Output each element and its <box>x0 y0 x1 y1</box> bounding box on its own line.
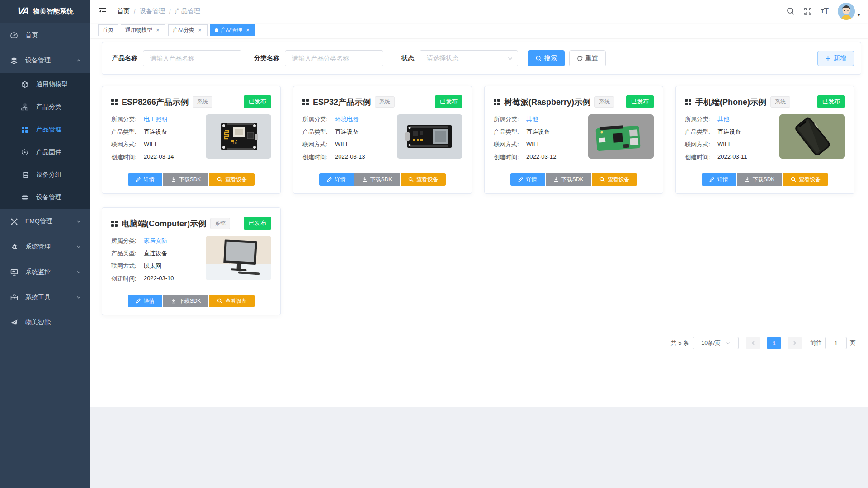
product-name-input[interactable] <box>143 50 241 66</box>
svg-text:FC: FC <box>233 141 237 145</box>
sidebar-collapse-icon[interactable] <box>96 5 109 18</box>
close-icon[interactable]: × <box>155 27 161 33</box>
sidebar-item-label: 产品管理 <box>36 126 61 134</box>
status-badge: 已发布 <box>435 95 462 108</box>
close-icon[interactable]: × <box>197 27 203 33</box>
view-devices-button[interactable]: 查看设备 <box>209 173 255 186</box>
detail-button[interactable]: 详情 <box>128 173 162 186</box>
sidebar-item-label: 产品分类 <box>36 103 61 111</box>
system-tag: 系统 <box>193 96 212 108</box>
search-button[interactable]: 搜索 <box>528 50 565 66</box>
sidebar-item-system-tools[interactable]: 系统工具 <box>0 285 90 310</box>
tab-thing-model[interactable]: 通用物模型 × <box>121 24 165 36</box>
gear-icon <box>9 243 19 251</box>
user-menu[interactable]: ▾ <box>838 3 860 20</box>
download-sdk-button[interactable]: 下载SDK <box>354 173 400 186</box>
tab-product-mgmt[interactable]: 产品管理 × <box>210 24 255 36</box>
sidebar-item-device-group[interactable]: 设备分组 <box>0 164 90 186</box>
navbar-actions: TT ▾ <box>787 3 860 20</box>
category-link[interactable]: 电工照明 <box>144 115 167 123</box>
chevron-down-icon <box>76 295 81 300</box>
system-tag: 系统 <box>594 96 614 108</box>
download-sdk-button[interactable]: 下载SDK <box>546 173 591 186</box>
sidebar-item-device-mgmt[interactable]: 设备管理 <box>0 48 90 73</box>
sidebar-item-system-mgmt[interactable]: 系统管理 <box>0 234 90 259</box>
download-sdk-button[interactable]: 下载SDK <box>163 295 209 307</box>
view-devices-button[interactable]: 查看设备 <box>401 173 446 186</box>
detail-button[interactable]: 详情 <box>319 173 354 186</box>
breadcrumb-home[interactable]: 首页 <box>117 7 130 15</box>
reset-button[interactable]: 重置 <box>569 50 606 66</box>
main-area: 首页 / 设备管理 / 产品管理 TT ▾ 首页 <box>90 0 868 488</box>
product-card: ESP8266产品示例 系统 已发布 所属分类:电工照明 产品类型:直连设备 联… <box>102 86 281 194</box>
page-size-select[interactable]: 10条/页 <box>693 337 739 349</box>
view-devices-button[interactable]: 查看设备 <box>209 295 255 307</box>
close-icon[interactable]: × <box>245 27 251 33</box>
cube-icon <box>20 81 30 88</box>
breadcrumb-device-mgmt: 设备管理 <box>140 7 165 15</box>
sidebar-item-product-firmware[interactable]: 产品固件 <box>0 141 90 164</box>
sidebar-item-label: 首页 <box>25 31 38 39</box>
sidebar-item-label: 系统工具 <box>25 293 51 301</box>
detail-button[interactable]: 详情 <box>702 173 736 186</box>
category-name-input[interactable] <box>285 50 383 66</box>
font-size-icon[interactable]: TT <box>821 7 829 16</box>
sidebar-item-emq[interactable]: EMQ管理 <box>0 209 90 234</box>
sidebar-item-product-mgmt[interactable]: 产品管理 <box>0 118 90 141</box>
download-sdk-button[interactable]: 下载SDK <box>737 173 783 186</box>
system-tag: 系统 <box>770 96 790 108</box>
detail-button[interactable]: 详情 <box>128 295 162 307</box>
search-icon[interactable] <box>787 7 795 15</box>
fullscreen-icon[interactable] <box>804 7 812 15</box>
detail-button[interactable]: 详情 <box>510 173 545 186</box>
tab-label: 产品管理 <box>221 26 242 34</box>
page-unit-label: 页 <box>850 339 856 347</box>
active-tab-dot <box>215 28 218 32</box>
download-sdk-button[interactable]: 下载SDK <box>163 173 209 186</box>
category-link[interactable]: 环境电器 <box>335 115 359 123</box>
monitor-icon <box>9 268 19 276</box>
view-devices-button[interactable]: 查看设备 <box>592 173 637 186</box>
tab-label: 产品分类 <box>173 26 194 34</box>
product-image-esp8266: FC <box>206 114 271 159</box>
category-link[interactable]: 其他 <box>717 115 729 123</box>
breadcrumb: 首页 / 设备管理 / 产品管理 <box>117 7 200 15</box>
sidebar-item-product-category[interactable]: 产品分类 <box>0 96 90 118</box>
sidebar-item-label: EMQ管理 <box>25 217 52 225</box>
goto-page-input[interactable] <box>825 337 847 349</box>
firmware-icon <box>20 149 30 156</box>
category-link[interactable]: 家居安防 <box>144 237 167 245</box>
status-select[interactable]: 请选择状态 <box>420 50 518 66</box>
tab-home[interactable]: 首页 <box>98 24 118 36</box>
app-title: 物美智能系统 <box>33 7 73 16</box>
sidebar-item-home[interactable]: 首页 <box>0 23 90 48</box>
pagination: 共 5 条 10条/页 1 前往 页 <box>102 337 856 349</box>
sidebar-item-label: 系统管理 <box>25 243 51 251</box>
view-devices-button[interactable]: 查看设备 <box>783 173 828 186</box>
add-button[interactable]: 新增 <box>817 51 854 66</box>
chevron-down-icon <box>76 244 81 249</box>
sidebar-item-label: 系统监控 <box>25 268 51 276</box>
avatar[interactable] <box>838 3 855 20</box>
app-logo: VA 物美智能系统 <box>0 0 90 23</box>
sidebar-item-label: 通用物模型 <box>36 80 68 89</box>
sidebar-item-thing-model[interactable]: 通用物模型 <box>0 73 90 96</box>
chevron-down-icon <box>76 269 81 275</box>
sidebar-item-system-monitor[interactable]: 系统监控 <box>0 259 90 285</box>
prev-page-button[interactable] <box>746 337 760 349</box>
tab-label: 首页 <box>103 26 113 34</box>
category-link[interactable]: 其他 <box>526 115 538 123</box>
sidebar-item-device-list[interactable]: 设备管理 <box>0 186 90 209</box>
tree-icon <box>20 103 30 111</box>
product-image-desktop-monitor <box>206 236 271 280</box>
product-icon <box>111 221 118 227</box>
status-badge: 已发布 <box>817 95 845 108</box>
drone-icon <box>9 218 19 225</box>
status-label: 状态 <box>401 54 414 62</box>
sidebar-item-label: 设备管理 <box>36 193 61 202</box>
next-page-button[interactable] <box>788 337 802 349</box>
page-number-button[interactable]: 1 <box>767 337 781 349</box>
tab-product-category[interactable]: 产品分类 × <box>168 24 208 36</box>
sidebar-item-wumei[interactable]: 物美智能 <box>0 310 90 335</box>
chevron-up-icon <box>76 58 81 63</box>
